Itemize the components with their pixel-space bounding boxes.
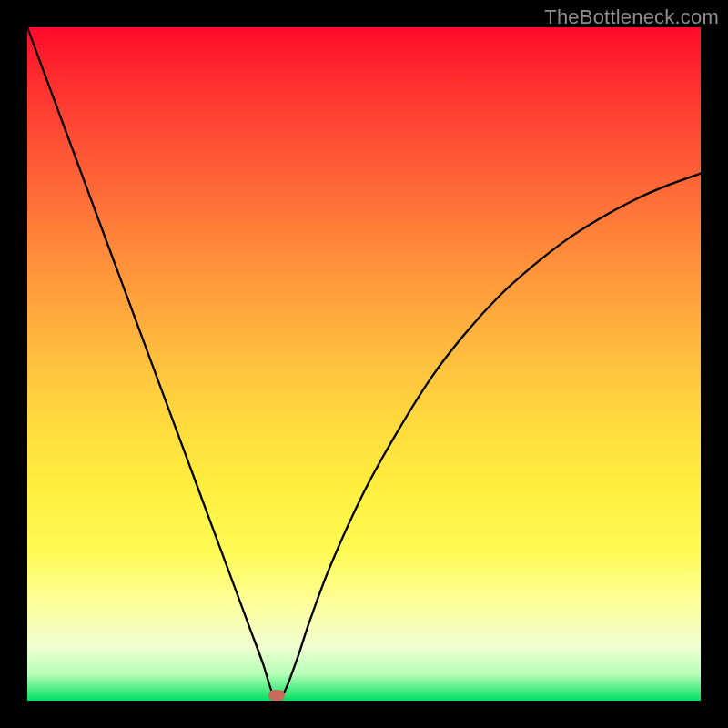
chart-frame: TheBottleneck.com (0, 0, 728, 728)
curve-svg (27, 27, 701, 701)
plot-area (27, 27, 701, 701)
bottleneck-marker (268, 690, 285, 701)
watermark-text: TheBottleneck.com (544, 5, 719, 29)
bottleneck-curve (27, 27, 701, 698)
